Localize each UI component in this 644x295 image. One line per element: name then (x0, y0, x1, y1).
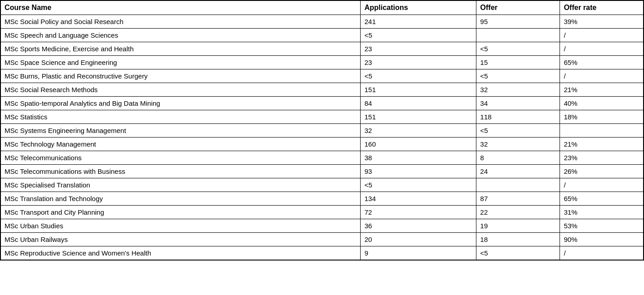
table-row: MSc Burns, Plastic and Reconstructive Su… (0, 69, 644, 83)
cell-course: MSc Spatio-temporal Analytics and Big Da… (0, 97, 361, 110)
cell-course: MSc Transport and City Planning (0, 206, 361, 219)
main-container: Course Name Applications Offer Offer rat… (0, 0, 644, 295)
cell-course: MSc Space Science and Engineering (0, 56, 361, 69)
cell-course: MSc Urban Studies (0, 219, 361, 233)
cell-offer: 24 (476, 165, 560, 178)
cell-applications: 23 (361, 42, 476, 56)
header-offer: Offer (476, 0, 560, 15)
header-offer-rate: Offer rate (560, 0, 644, 15)
cell-applications: 36 (361, 219, 476, 233)
cell-course: MSc Burns, Plastic and Reconstructive Su… (0, 69, 361, 83)
cell-offer-rate: / (560, 246, 644, 261)
table-row: MSc Space Science and Engineering231565% (0, 56, 644, 69)
cell-course: MSc Reproductive Science and Women's Hea… (0, 246, 361, 261)
cell-applications: 241 (361, 15, 476, 29)
cell-offer (476, 178, 560, 192)
cell-offer-rate: 39% (560, 15, 644, 29)
table-row: MSc Social Policy and Social Research241… (0, 15, 644, 29)
cell-applications: 93 (361, 165, 476, 178)
cell-applications: 151 (361, 83, 476, 97)
cell-applications: 160 (361, 138, 476, 151)
cell-offer: 32 (476, 83, 560, 97)
cell-applications: 72 (361, 206, 476, 219)
table-body: MSc Social Policy and Social Research241… (0, 15, 644, 261)
cell-offer (476, 29, 560, 42)
cell-applications: 20 (361, 233, 476, 246)
cell-offer-rate: 18% (560, 110, 644, 124)
cell-offer-rate: 23% (560, 151, 644, 165)
cell-offer: 87 (476, 192, 560, 206)
table-row: MSc Reproductive Science and Women's Hea… (0, 246, 644, 261)
data-table: Course Name Applications Offer Offer rat… (0, 0, 644, 261)
cell-offer-rate: 90% (560, 233, 644, 246)
cell-offer-rate: 40% (560, 97, 644, 110)
cell-course: MSc Sports Medicine, Exercise and Health (0, 42, 361, 56)
cell-offer-rate: 31% (560, 206, 644, 219)
cell-offer-rate: 21% (560, 138, 644, 151)
cell-offer-rate: 65% (560, 56, 644, 69)
cell-applications: 38 (361, 151, 476, 165)
cell-course: MSc Social Policy and Social Research (0, 15, 361, 29)
cell-applications: 151 (361, 110, 476, 124)
table-row: MSc Telecommunications38823% (0, 151, 644, 165)
cell-offer: 19 (476, 219, 560, 233)
table-row: MSc Urban Studies361953% (0, 219, 644, 233)
table-row: MSc Translation and Technology1348765% (0, 192, 644, 206)
cell-applications: <5 (361, 178, 476, 192)
cell-applications: 32 (361, 124, 476, 138)
cell-offer-rate: 26% (560, 165, 644, 178)
cell-offer: <5 (476, 246, 560, 261)
cell-course: MSc Social Research Methods (0, 83, 361, 97)
cell-offer-rate: 21% (560, 83, 644, 97)
cell-offer-rate: / (560, 178, 644, 192)
table-row: MSc Urban Railways201890% (0, 233, 644, 246)
cell-offer: 22 (476, 206, 560, 219)
cell-applications: 23 (361, 56, 476, 69)
cell-offer: 95 (476, 15, 560, 29)
cell-offer-rate: / (560, 42, 644, 56)
cell-course: MSc Systems Engineering Management (0, 124, 361, 138)
cell-course: MSc Translation and Technology (0, 192, 361, 206)
header-course: Course Name (0, 0, 361, 15)
cell-offer-rate: 65% (560, 192, 644, 206)
cell-offer-rate (560, 124, 644, 138)
cell-offer: <5 (476, 124, 560, 138)
header-applications: Applications (361, 0, 476, 15)
cell-course: MSc Specialised Translation (0, 178, 361, 192)
cell-applications: 9 (361, 246, 476, 261)
cell-offer: <5 (476, 69, 560, 83)
cell-course: MSc Speech and Language Sciences (0, 29, 361, 42)
cell-course: MSc Telecommunications (0, 151, 361, 165)
table-row: MSc Specialised Translation<5/ (0, 178, 644, 192)
cell-course: MSc Telecommunications with Business (0, 165, 361, 178)
table-row: MSc Spatio-temporal Analytics and Big Da… (0, 97, 644, 110)
cell-offer: 15 (476, 56, 560, 69)
table-row: MSc Technology Management1603221% (0, 138, 644, 151)
cell-course: MSc Urban Railways (0, 233, 361, 246)
cell-offer: <5 (476, 42, 560, 56)
cell-course: MSc Statistics (0, 110, 361, 124)
table-row: MSc Systems Engineering Management32<5 (0, 124, 644, 138)
header-row: Course Name Applications Offer Offer rat… (0, 0, 644, 15)
cell-offer: 34 (476, 97, 560, 110)
table-row: MSc Telecommunications with Business9324… (0, 165, 644, 178)
cell-offer: 32 (476, 138, 560, 151)
cell-offer-rate: 53% (560, 219, 644, 233)
cell-offer: 18 (476, 233, 560, 246)
cell-applications: <5 (361, 29, 476, 42)
cell-course: MSc Technology Management (0, 138, 361, 151)
cell-offer-rate: / (560, 29, 644, 42)
cell-applications: 84 (361, 97, 476, 110)
cell-offer: 118 (476, 110, 560, 124)
cell-offer-rate: / (560, 69, 644, 83)
table-row: MSc Sports Medicine, Exercise and Health… (0, 42, 644, 56)
cell-applications: 134 (361, 192, 476, 206)
table-row: MSc Social Research Methods1513221% (0, 83, 644, 97)
table-row: MSc Statistics15111818% (0, 110, 644, 124)
cell-offer: 8 (476, 151, 560, 165)
table-row: MSc Speech and Language Sciences<5/ (0, 29, 644, 42)
cell-applications: <5 (361, 69, 476, 83)
table-row: MSc Transport and City Planning722231% (0, 206, 644, 219)
